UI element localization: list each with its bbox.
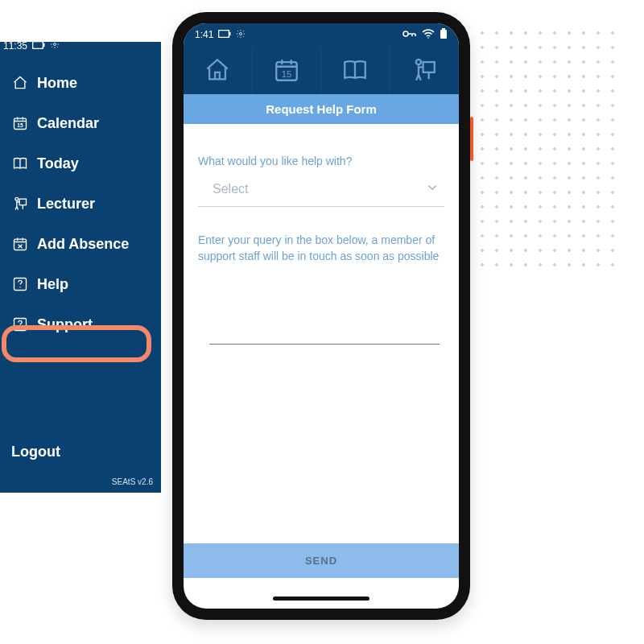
form-title-text: Request Help Form: [266, 102, 377, 116]
drawer-time: 11:35: [3, 40, 27, 52]
nav-item-add-absence[interactable]: Add Absence: [0, 227, 161, 261]
phone-screen: 1:41: [184, 23, 459, 609]
battery-full-icon: [440, 28, 448, 42]
wifi-icon: [422, 29, 435, 41]
svg-text:15: 15: [17, 122, 23, 128]
select-placeholder: Select: [213, 182, 248, 196]
book-icon: [11, 155, 29, 172]
svg-point-15: [403, 31, 408, 36]
tab-bar: 15: [184, 46, 459, 94]
gear-icon: [50, 39, 60, 52]
svg-rect-18: [442, 28, 445, 30]
form-body: What would you like help with? Select En…: [184, 124, 459, 359]
svg-rect-17: [440, 30, 447, 39]
nav-item-label: Help: [37, 276, 68, 293]
help-icon: [11, 275, 29, 293]
nav-list: Home 15 Calendar Today Lecturer Add Abse…: [0, 66, 161, 341]
query-textarea[interactable]: [209, 272, 440, 345]
phone-statusbar: 1:41: [184, 23, 459, 46]
calendar-x-icon: [11, 235, 29, 253]
send-label: SEND: [305, 555, 337, 567]
phone-time: 1:41: [195, 29, 213, 40]
nav-item-label: Home: [37, 75, 77, 92]
svg-rect-13: [229, 32, 231, 35]
tab-calendar[interactable]: 15: [253, 46, 322, 94]
send-button[interactable]: SEND: [184, 543, 459, 578]
svg-point-5: [15, 197, 19, 200]
nav-item-today[interactable]: Today: [0, 147, 161, 180]
drawer-statusbar: 11:35: [3, 39, 60, 52]
nav-item-home[interactable]: Home: [0, 66, 161, 100]
chevron-down-icon: [425, 180, 440, 198]
nav-item-label: Calendar: [37, 115, 99, 132]
nav-item-label: Lecturer: [37, 196, 95, 213]
calendar-icon: 15: [11, 114, 29, 132]
nav-item-lecturer[interactable]: Lecturer: [0, 187, 161, 221]
svg-rect-7: [14, 239, 27, 250]
nav-item-label: Add Absence: [37, 236, 129, 253]
gear-icon: [236, 29, 246, 41]
svg-point-2: [54, 43, 56, 46]
svg-rect-22: [423, 62, 434, 72]
battery-icon: [32, 40, 45, 52]
nav-item-label: Today: [37, 155, 79, 172]
svg-rect-12: [219, 31, 229, 38]
svg-rect-6: [19, 199, 26, 205]
decorative-dots: [475, 26, 620, 275]
svg-point-9: [19, 287, 20, 287]
svg-rect-0: [33, 41, 43, 48]
home-indicator[interactable]: [273, 597, 369, 601]
battery-icon: [218, 29, 231, 40]
tab-lecturer[interactable]: [390, 46, 460, 94]
nav-item-support[interactable]: Support: [0, 308, 161, 341]
tab-home[interactable]: [184, 46, 253, 94]
logout-button[interactable]: Logout: [11, 444, 60, 460]
support-icon: [11, 316, 29, 333]
svg-point-21: [416, 60, 421, 64]
svg-point-16: [427, 37, 429, 39]
topic-select[interactable]: Select: [198, 172, 444, 207]
svg-text:15: 15: [281, 69, 291, 79]
lecturer-icon: [11, 195, 29, 213]
home-icon: [11, 74, 29, 92]
logout-label: Logout: [11, 444, 60, 460]
tab-today[interactable]: [321, 46, 390, 94]
svg-point-11: [19, 327, 20, 328]
question2-label: Enter your query in the box below, a mem…: [198, 233, 444, 264]
vpn-icon: [402, 29, 417, 41]
nav-item-label: Support: [37, 316, 93, 333]
svg-rect-1: [43, 43, 45, 47]
form-title-bar: Request Help Form: [184, 94, 459, 124]
question1-label: What would you like help with?: [198, 155, 444, 167]
version-label: SEAtS v2.6: [112, 477, 153, 486]
nav-item-calendar[interactable]: 15 Calendar: [0, 106, 161, 140]
nav-item-help[interactable]: Help: [0, 267, 161, 301]
svg-point-14: [240, 32, 242, 35]
phone-frame: 1:41: [172, 12, 470, 620]
nav-drawer: 11:35 Home 15 Calendar Today: [0, 42, 161, 493]
